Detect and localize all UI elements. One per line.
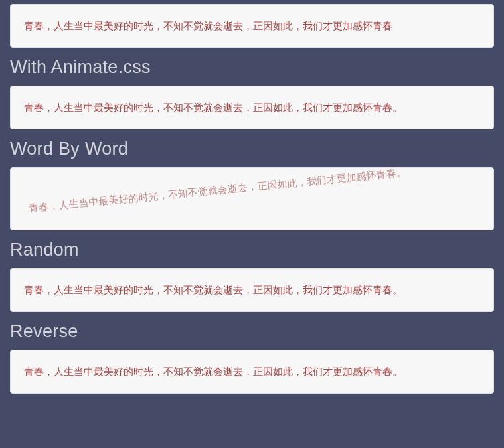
section-title-wordbyword: Word By Word: [10, 139, 494, 159]
section-title-reverse: Reverse: [10, 321, 494, 342]
section-wordbyword: Word By Word 青春，人生当中最美好的时光，不知不觉就会逝去，正因如此…: [10, 139, 494, 230]
text-content: 青春，人生当中最美好的时光，不知不觉就会逝去，正因如此，我们才更加感怀青春。: [24, 366, 402, 377]
section-reverse: Reverse 青春，人生当中最美好的时光，不知不觉就会逝去，正因如此，我们才更…: [10, 321, 494, 394]
section-title-animate: With Animate.css: [10, 57, 494, 78]
text-box-wordbyword: 青春，人生当中最美好的时光，不知不觉就会逝去，正因如此，我们才更加感怀青春。: [10, 167, 494, 230]
section-animate: With Animate.css 青春，人生当中最美好的时光，不知不觉就会逝去，…: [10, 57, 494, 129]
text-content: 青春，人生当中最美好的时光，不知不觉就会逝去，正因如此，我们才更加感怀青春。: [24, 102, 402, 113]
section-first: 青春，人生当中最美好的时光，不知不觉就会逝去，正因如此，我们才更加感怀青春: [10, 4, 494, 48]
text-box-animate: 青春，人生当中最美好的时光，不知不觉就会逝去，正因如此，我们才更加感怀青春。: [10, 86, 494, 129]
text-box-reverse: 青春，人生当中最美好的时光，不知不觉就会逝去，正因如此，我们才更加感怀青春。: [10, 350, 494, 394]
text-content: 青春，人生当中最美好的时光，不知不觉就会逝去，正因如此，我们才更加感怀青春: [24, 20, 392, 31]
text-content-rotated: 青春，人生当中最美好的时光，不知不觉就会逝去，正因如此，我们才更加感怀青春。: [29, 167, 407, 216]
text-box-first: 青春，人生当中最美好的时光，不知不觉就会逝去，正因如此，我们才更加感怀青春: [10, 4, 494, 48]
section-random: Random 青春，人生当中最美好的时光，不知不觉就会逝去，正因如此，我们才更加…: [10, 240, 494, 312]
text-content: 青春，人生当中最美好的时光，不知不觉就会逝去，正因如此，我们才更加感怀青春。: [24, 284, 402, 295]
text-box-random: 青春，人生当中最美好的时光，不知不觉就会逝去，正因如此，我们才更加感怀青春。: [10, 268, 494, 312]
section-title-random: Random: [10, 240, 494, 260]
